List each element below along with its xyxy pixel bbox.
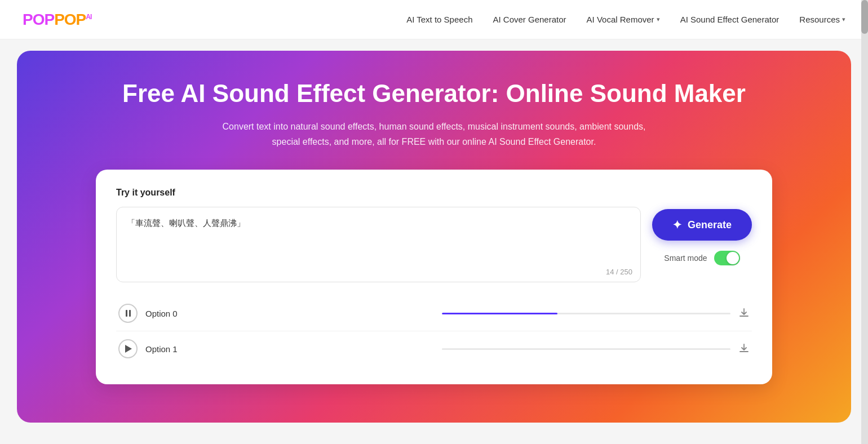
download-icon-0 bbox=[738, 308, 750, 319]
pause-icon bbox=[126, 310, 131, 317]
audio-label-0: Option 0 bbox=[145, 309, 434, 318]
smart-mode-toggle[interactable] bbox=[714, 251, 740, 265]
pause-button-0[interactable] bbox=[118, 304, 138, 323]
try-label: Try it yourself bbox=[116, 188, 752, 198]
sound-description-input[interactable]: 「車流聲、喇叭聲、人聲鼎沸」 bbox=[127, 216, 630, 270]
nav-links: AI Text to Speech AI Cover Generator AI … bbox=[406, 15, 845, 24]
nav-ai-text-to-speech[interactable]: AI Text to Speech bbox=[406, 15, 472, 24]
logo-ai: AI bbox=[86, 12, 91, 20]
play-icon bbox=[125, 345, 132, 353]
wand-icon: ✦ bbox=[672, 218, 682, 232]
hero-section: Free AI Sound Effect Generator: Online S… bbox=[17, 51, 851, 423]
textarea-wrapper: 「車流聲、喇叭聲、人聲鼎沸」 14 / 250 bbox=[116, 207, 641, 282]
hero-subtitle: Convert text into natural sound effects,… bbox=[220, 119, 648, 149]
generate-button[interactable]: ✦ Generate bbox=[652, 209, 752, 241]
logo-pop2: POP bbox=[54, 11, 86, 28]
vocal-remover-chevron-icon: ▾ bbox=[657, 16, 660, 23]
char-count: 14 / 250 bbox=[606, 268, 632, 276]
download-button-0[interactable] bbox=[738, 308, 750, 319]
audio-item-0: Option 0 bbox=[116, 296, 752, 331]
resources-chevron-icon: ▾ bbox=[842, 16, 845, 23]
navbar: POPPOPAI AI Text to Speech AI Cover Gene… bbox=[0, 0, 868, 39]
audio-label-1: Option 1 bbox=[145, 344, 434, 354]
progress-bar-0[interactable] bbox=[442, 313, 730, 314]
download-button-1[interactable] bbox=[738, 343, 750, 354]
smart-mode-label: Smart mode bbox=[664, 254, 707, 263]
generator-card: Try it yourself 「車流聲、喇叭聲、人聲鼎沸」 14 / 250 … bbox=[96, 170, 772, 384]
nav-ai-cover-generator[interactable]: AI Cover Generator bbox=[493, 15, 566, 24]
nav-ai-sound-effect-generator[interactable]: AI Sound Effect Generator bbox=[680, 15, 780, 24]
pause-bar-2 bbox=[129, 310, 131, 317]
pause-bar-1 bbox=[126, 310, 127, 317]
input-row: 「車流聲、喇叭聲、人聲鼎沸」 14 / 250 ✦ Generate Smart… bbox=[116, 207, 752, 282]
toggle-thumb bbox=[727, 252, 739, 264]
play-button-1[interactable] bbox=[118, 339, 138, 358]
nav-ai-vocal-remover[interactable]: AI Vocal Remover ▾ bbox=[587, 15, 660, 24]
logo[interactable]: POPPOPAI bbox=[23, 11, 91, 29]
scrollbar-thumb[interactable] bbox=[861, 0, 868, 34]
audio-item-1: Option 1 bbox=[116, 331, 752, 366]
logo-pop1: POP bbox=[23, 11, 54, 28]
audio-options: Option 0 Option 1 bbox=[116, 296, 752, 366]
progress-bar-1[interactable] bbox=[442, 348, 730, 350]
right-controls: ✦ Generate Smart mode bbox=[652, 207, 752, 265]
smart-mode-row: Smart mode bbox=[664, 251, 739, 265]
scrollbar-track[interactable] bbox=[861, 0, 868, 434]
progress-fill-0 bbox=[442, 313, 557, 314]
download-icon-1 bbox=[738, 343, 750, 354]
nav-resources[interactable]: Resources ▾ bbox=[799, 15, 845, 24]
hero-title: Free AI Sound Effect Generator: Online S… bbox=[122, 79, 746, 109]
